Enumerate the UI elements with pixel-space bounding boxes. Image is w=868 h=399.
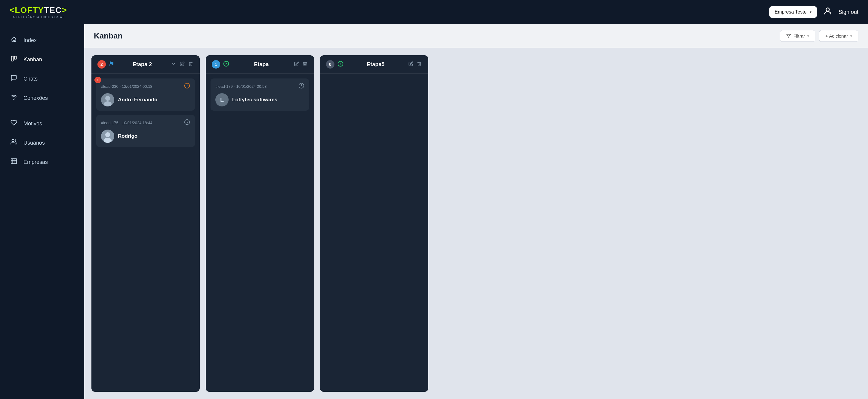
sidebar-item-conexoes[interactable]: Conexões xyxy=(0,89,84,107)
card-lead-id-175: #lead-175 - 10/01/2024 18:44 xyxy=(101,121,153,125)
content-area: Kanban Filtrar ▾ + Adicionar ▾ xyxy=(84,24,868,399)
sidebar-item-chats[interactable]: Chats xyxy=(0,70,84,88)
sidebar-divider xyxy=(7,111,77,111)
clock-icon-179 xyxy=(298,83,304,90)
column-delete-button-etapa5[interactable] xyxy=(416,61,422,68)
filtrar-button[interactable]: Filtrar ▾ xyxy=(780,30,815,42)
card-avatar-175 xyxy=(101,130,114,143)
sidebar-item-empresas[interactable]: Empresas xyxy=(0,153,84,171)
user-icon-button[interactable] xyxy=(823,6,833,18)
svg-marker-6 xyxy=(786,34,790,38)
card-name-175: Rodrigo xyxy=(118,133,137,139)
svg-point-0 xyxy=(826,8,830,11)
chevron-down-icon: ▾ xyxy=(810,10,811,14)
svg-rect-1 xyxy=(11,56,13,61)
card-avatar-179: L xyxy=(215,93,228,106)
company-selector-button[interactable]: Empresa Teste ▾ xyxy=(769,6,817,18)
page-title: Kanban xyxy=(94,31,122,40)
kanban-column-etapa: 1 Etapa xyxy=(206,55,314,392)
column-cards-etapa5 xyxy=(320,74,428,392)
svg-point-4 xyxy=(12,140,14,142)
card-name-179: Loftytec softwares xyxy=(232,97,277,103)
logo-right-arrow: > xyxy=(62,5,67,15)
kanban-column-etapa5: 0 Etapa5 xyxy=(320,55,428,392)
card-lead-id-230: #lead-230 - 12/01/2024 00:18 xyxy=(101,84,153,89)
sidebar: Index Kanban Chats xyxy=(0,24,84,399)
svg-rect-5 xyxy=(11,159,17,164)
adicionar-button[interactable]: + Adicionar ▾ xyxy=(819,30,858,42)
card-header-175: #lead-175 - 10/01/2024 18:44 xyxy=(101,119,190,127)
kanban-card-175[interactable]: #lead-175 - 10/01/2024 18:44 xyxy=(96,115,195,147)
logo-text: <LOFTYTEC> xyxy=(10,5,67,15)
column-actions-etapa2 xyxy=(170,60,194,68)
clock-icon-230 xyxy=(184,83,190,90)
column-edit-button-etapa5[interactable] xyxy=(408,61,414,68)
motivos-icon xyxy=(10,119,18,128)
sidebar-label-empresas: Empresas xyxy=(24,159,48,165)
empresas-icon xyxy=(10,158,18,166)
sign-out-button[interactable]: Sign out xyxy=(839,9,858,16)
column-count-etapa5: 0 xyxy=(326,60,335,68)
column-header-etapa2: 2 Etapa 2 xyxy=(91,55,200,74)
filtrar-label: Filtrar xyxy=(794,33,805,38)
column-delete-button-etapa2[interactable] xyxy=(188,61,194,68)
sidebar-item-index[interactable]: Index xyxy=(0,31,84,49)
column-delete-button-etapa[interactable] xyxy=(302,61,308,68)
adicionar-label: + Adicionar xyxy=(825,33,848,38)
card-notification-230: 1 xyxy=(94,77,101,83)
kanban-card-179[interactable]: #lead-179 - 10/01/2024 20:53 L Loftytec … xyxy=(211,79,309,111)
column-title-etapa5: Etapa5 xyxy=(346,61,405,68)
card-person-179: L Loftytec softwares xyxy=(215,93,304,106)
logo-subtitle: INTELIGÊNCIA INDUSTRIAL xyxy=(10,16,67,19)
card-header-179: #lead-179 - 10/01/2024 20:53 xyxy=(215,83,304,90)
card-lead-id-179: #lead-179 - 10/01/2024 20:53 xyxy=(215,84,267,89)
column-edit-button-etapa[interactable] xyxy=(293,61,300,68)
column-actions-etapa5 xyxy=(408,61,422,68)
column-collapse-button-etapa2[interactable] xyxy=(170,60,177,68)
column-cards-etapa2: 1 #lead-230 - 12/01/2024 00:18 xyxy=(91,74,200,392)
card-header-230: #lead-230 - 12/01/2024 00:18 xyxy=(101,83,190,90)
kanban-board: 2 Etapa 2 xyxy=(84,48,868,399)
sidebar-item-kanban[interactable]: Kanban xyxy=(0,51,84,68)
clock-icon-175 xyxy=(184,119,190,127)
sidebar-item-usuarios[interactable]: Usuários xyxy=(0,134,84,152)
column-title-etapa2: Etapa 2 xyxy=(117,61,167,68)
column-title-etapa: Etapa xyxy=(232,61,290,68)
column-cards-etapa: #lead-179 - 10/01/2024 20:53 L Loftytec … xyxy=(206,74,314,392)
svg-rect-2 xyxy=(14,56,16,59)
sidebar-label-kanban: Kanban xyxy=(24,57,42,63)
check-icon-etapa5 xyxy=(337,61,343,68)
sidebar-label-index: Index xyxy=(24,37,37,43)
column-edit-button-etapa2[interactable] xyxy=(179,61,185,68)
card-avatar-230 xyxy=(101,93,114,106)
sidebar-label-chats: Chats xyxy=(24,76,38,82)
kanban-icon xyxy=(10,55,18,64)
wifi-icon xyxy=(10,94,18,102)
check-icon-etapa xyxy=(223,61,229,68)
column-count-etapa2: 2 xyxy=(97,60,106,68)
header-actions: Filtrar ▾ + Adicionar ▾ xyxy=(780,30,858,42)
svg-point-14 xyxy=(105,132,110,137)
main-layout: Index Kanban Chats xyxy=(0,24,868,399)
column-count-etapa: 1 xyxy=(212,60,220,68)
flag-icon xyxy=(109,61,114,68)
card-person-230: Andre Fernando xyxy=(101,93,190,106)
users-icon xyxy=(10,139,18,147)
company-name: Empresa Teste xyxy=(775,9,807,15)
svg-point-10 xyxy=(105,96,110,101)
adicionar-chevron-icon: ▾ xyxy=(850,34,852,38)
kanban-column-etapa2: 2 Etapa 2 xyxy=(91,55,200,392)
card-name-230: Andre Fernando xyxy=(118,97,157,103)
kanban-card-230[interactable]: 1 #lead-230 - 12/01/2024 00:18 xyxy=(96,79,195,111)
sidebar-item-motivos[interactable]: Motivos xyxy=(0,115,84,132)
column-header-etapa5: 0 Etapa5 xyxy=(320,55,428,74)
page-header: Kanban Filtrar ▾ + Adicionar ▾ xyxy=(84,24,868,48)
logo: <LOFTYTEC> INTELIGÊNCIA INDUSTRIAL xyxy=(10,5,67,19)
logo-left-arrow: < xyxy=(10,5,15,15)
sidebar-label-motivos: Motivos xyxy=(24,121,42,127)
svg-point-3 xyxy=(13,99,14,99)
home-icon xyxy=(10,36,18,44)
sidebar-label-usuarios: Usuários xyxy=(24,140,45,146)
column-header-etapa: 1 Etapa xyxy=(206,55,314,74)
sidebar-label-conexoes: Conexões xyxy=(24,95,48,101)
